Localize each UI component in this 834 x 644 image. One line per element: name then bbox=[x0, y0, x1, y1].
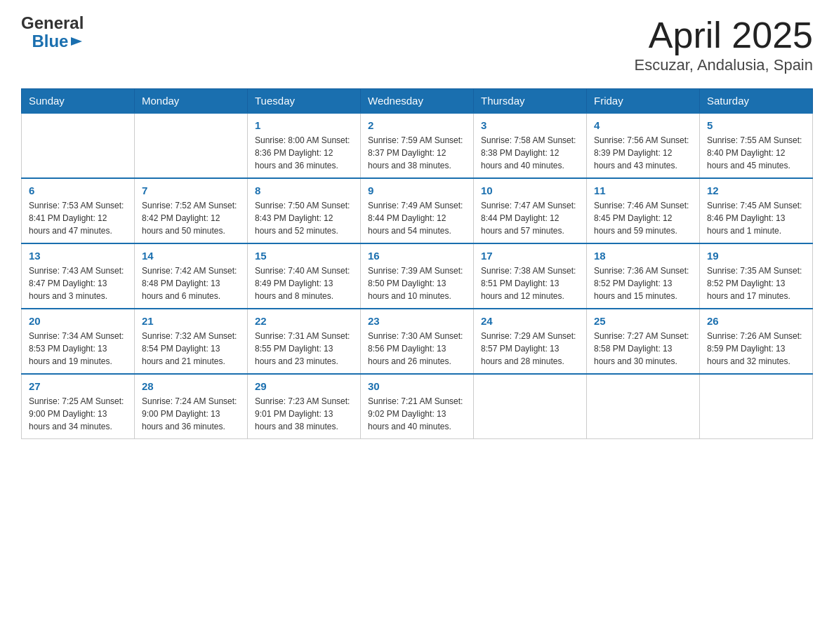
day-info: Sunrise: 7:59 AM Sunset: 8:37 PM Dayligh… bbox=[368, 134, 466, 172]
calendar-day-header: Tuesday bbox=[248, 89, 361, 114]
calendar-day-header: Friday bbox=[587, 89, 700, 114]
logo-general: General bbox=[21, 14, 84, 32]
day-info: Sunrise: 7:23 AM Sunset: 9:01 PM Dayligh… bbox=[255, 395, 353, 433]
day-number: 2 bbox=[368, 119, 466, 131]
day-info: Sunrise: 7:46 AM Sunset: 8:45 PM Dayligh… bbox=[594, 199, 692, 237]
calendar-cell: 26Sunrise: 7:26 AM Sunset: 8:59 PM Dayli… bbox=[700, 309, 813, 374]
calendar-cell: 11Sunrise: 7:46 AM Sunset: 8:45 PM Dayli… bbox=[587, 178, 700, 243]
calendar-cell: 1Sunrise: 8:00 AM Sunset: 8:36 PM Daylig… bbox=[248, 113, 361, 178]
page-header: General Blue April 2025 Escuzar, Andalus… bbox=[21, 14, 813, 74]
logo-blue: Blue bbox=[32, 32, 68, 51]
day-number: 30 bbox=[368, 380, 466, 392]
logo: General Blue bbox=[21, 14, 84, 51]
day-number: 21 bbox=[142, 315, 240, 327]
calendar-cell: 27Sunrise: 7:25 AM Sunset: 9:00 PM Dayli… bbox=[22, 374, 135, 439]
day-number: 12 bbox=[707, 185, 805, 196]
calendar-cell: 18Sunrise: 7:36 AM Sunset: 8:52 PM Dayli… bbox=[587, 243, 700, 309]
day-info: Sunrise: 7:34 AM Sunset: 8:53 PM Dayligh… bbox=[29, 330, 127, 368]
day-info: Sunrise: 7:29 AM Sunset: 8:57 PM Dayligh… bbox=[481, 330, 579, 368]
calendar-week-row: 1Sunrise: 8:00 AM Sunset: 8:36 PM Daylig… bbox=[22, 113, 813, 178]
day-info: Sunrise: 7:45 AM Sunset: 8:46 PM Dayligh… bbox=[707, 199, 805, 237]
day-info: Sunrise: 7:30 AM Sunset: 8:56 PM Dayligh… bbox=[368, 330, 466, 368]
calendar-cell: 14Sunrise: 7:42 AM Sunset: 8:48 PM Dayli… bbox=[135, 243, 248, 309]
day-info: Sunrise: 7:26 AM Sunset: 8:59 PM Dayligh… bbox=[707, 330, 805, 368]
day-number: 18 bbox=[594, 250, 692, 262]
day-number: 3 bbox=[481, 119, 579, 131]
calendar-week-row: 6Sunrise: 7:53 AM Sunset: 8:41 PM Daylig… bbox=[22, 178, 813, 243]
calendar-cell: 2Sunrise: 7:59 AM Sunset: 8:37 PM Daylig… bbox=[361, 113, 474, 178]
day-info: Sunrise: 7:52 AM Sunset: 8:42 PM Dayligh… bbox=[142, 199, 240, 237]
day-info: Sunrise: 7:27 AM Sunset: 8:58 PM Dayligh… bbox=[594, 330, 692, 368]
day-number: 28 bbox=[142, 380, 240, 392]
calendar-day-header: Saturday bbox=[700, 89, 813, 114]
day-info: Sunrise: 7:24 AM Sunset: 9:00 PM Dayligh… bbox=[142, 395, 240, 433]
calendar-cell bbox=[474, 374, 587, 439]
day-info: Sunrise: 7:25 AM Sunset: 9:00 PM Dayligh… bbox=[29, 395, 127, 433]
calendar-cell: 23Sunrise: 7:30 AM Sunset: 8:56 PM Dayli… bbox=[361, 309, 474, 374]
day-number: 20 bbox=[29, 315, 127, 327]
calendar-day-header: Monday bbox=[135, 89, 248, 114]
calendar-cell: 28Sunrise: 7:24 AM Sunset: 9:00 PM Dayli… bbox=[135, 374, 248, 439]
day-info: Sunrise: 7:58 AM Sunset: 8:38 PM Dayligh… bbox=[481, 134, 579, 172]
day-number: 9 bbox=[368, 185, 466, 196]
calendar-cell: 20Sunrise: 7:34 AM Sunset: 8:53 PM Dayli… bbox=[22, 309, 135, 374]
title-block: April 2025 Escuzar, Andalusia, Spain bbox=[635, 14, 813, 74]
calendar-cell: 16Sunrise: 7:39 AM Sunset: 8:50 PM Dayli… bbox=[361, 243, 474, 309]
day-number: 6 bbox=[29, 185, 127, 196]
calendar-cell bbox=[587, 374, 700, 439]
day-info: Sunrise: 7:40 AM Sunset: 8:49 PM Dayligh… bbox=[255, 264, 353, 302]
day-number: 15 bbox=[255, 250, 353, 262]
day-number: 14 bbox=[142, 250, 240, 262]
calendar-cell: 5Sunrise: 7:55 AM Sunset: 8:40 PM Daylig… bbox=[700, 113, 813, 178]
day-info: Sunrise: 7:49 AM Sunset: 8:44 PM Dayligh… bbox=[368, 199, 466, 237]
calendar-cell: 24Sunrise: 7:29 AM Sunset: 8:57 PM Dayli… bbox=[474, 309, 587, 374]
day-number: 7 bbox=[142, 185, 240, 196]
calendar-cell: 25Sunrise: 7:27 AM Sunset: 8:58 PM Dayli… bbox=[587, 309, 700, 374]
day-number: 16 bbox=[368, 250, 466, 262]
day-number: 23 bbox=[368, 315, 466, 327]
calendar-cell bbox=[700, 374, 813, 439]
calendar-header-row: SundayMondayTuesdayWednesdayThursdayFrid… bbox=[22, 89, 813, 114]
day-number: 17 bbox=[481, 250, 579, 262]
calendar-cell: 21Sunrise: 7:32 AM Sunset: 8:54 PM Dayli… bbox=[135, 309, 248, 374]
day-number: 22 bbox=[255, 315, 353, 327]
day-number: 4 bbox=[594, 119, 692, 131]
day-info: Sunrise: 7:39 AM Sunset: 8:50 PM Dayligh… bbox=[368, 264, 466, 302]
day-number: 26 bbox=[707, 315, 805, 327]
day-number: 13 bbox=[29, 250, 127, 262]
day-info: Sunrise: 7:31 AM Sunset: 8:55 PM Dayligh… bbox=[255, 330, 353, 368]
calendar-cell: 6Sunrise: 7:53 AM Sunset: 8:41 PM Daylig… bbox=[22, 178, 135, 243]
day-info: Sunrise: 7:35 AM Sunset: 8:52 PM Dayligh… bbox=[707, 264, 805, 302]
day-number: 1 bbox=[255, 119, 353, 131]
calendar-cell: 13Sunrise: 7:43 AM Sunset: 8:47 PM Dayli… bbox=[22, 243, 135, 309]
day-info: Sunrise: 7:55 AM Sunset: 8:40 PM Dayligh… bbox=[707, 134, 805, 172]
day-info: Sunrise: 7:32 AM Sunset: 8:54 PM Dayligh… bbox=[142, 330, 240, 368]
calendar-cell: 10Sunrise: 7:47 AM Sunset: 8:44 PM Dayli… bbox=[474, 178, 587, 243]
day-number: 24 bbox=[481, 315, 579, 327]
calendar-cell bbox=[135, 113, 248, 178]
day-number: 19 bbox=[707, 250, 805, 262]
day-info: Sunrise: 7:47 AM Sunset: 8:44 PM Dayligh… bbox=[481, 199, 579, 237]
page-subtitle: Escuzar, Andalusia, Spain bbox=[635, 56, 813, 74]
day-number: 8 bbox=[255, 185, 353, 196]
calendar-cell: 3Sunrise: 7:58 AM Sunset: 8:38 PM Daylig… bbox=[474, 113, 587, 178]
calendar-table: SundayMondayTuesdayWednesdayThursdayFrid… bbox=[21, 88, 813, 439]
calendar-day-header: Sunday bbox=[22, 89, 135, 114]
day-info: Sunrise: 7:42 AM Sunset: 8:48 PM Dayligh… bbox=[142, 264, 240, 302]
day-number: 27 bbox=[29, 380, 127, 392]
day-info: Sunrise: 7:38 AM Sunset: 8:51 PM Dayligh… bbox=[481, 264, 579, 302]
calendar-day-header: Wednesday bbox=[361, 89, 474, 114]
day-number: 10 bbox=[481, 185, 579, 196]
day-info: Sunrise: 7:36 AM Sunset: 8:52 PM Dayligh… bbox=[594, 264, 692, 302]
calendar-cell: 4Sunrise: 7:56 AM Sunset: 8:39 PM Daylig… bbox=[587, 113, 700, 178]
calendar-week-row: 27Sunrise: 7:25 AM Sunset: 9:00 PM Dayli… bbox=[22, 374, 813, 439]
day-info: Sunrise: 7:21 AM Sunset: 9:02 PM Dayligh… bbox=[368, 395, 466, 433]
calendar-cell: 7Sunrise: 7:52 AM Sunset: 8:42 PM Daylig… bbox=[135, 178, 248, 243]
calendar-week-row: 20Sunrise: 7:34 AM Sunset: 8:53 PM Dayli… bbox=[22, 309, 813, 374]
calendar-cell: 22Sunrise: 7:31 AM Sunset: 8:55 PM Dayli… bbox=[248, 309, 361, 374]
day-info: Sunrise: 7:56 AM Sunset: 8:39 PM Dayligh… bbox=[594, 134, 692, 172]
day-number: 25 bbox=[594, 315, 692, 327]
day-number: 5 bbox=[707, 119, 805, 131]
day-info: Sunrise: 7:53 AM Sunset: 8:41 PM Dayligh… bbox=[29, 199, 127, 237]
calendar-day-header: Thursday bbox=[474, 89, 587, 114]
